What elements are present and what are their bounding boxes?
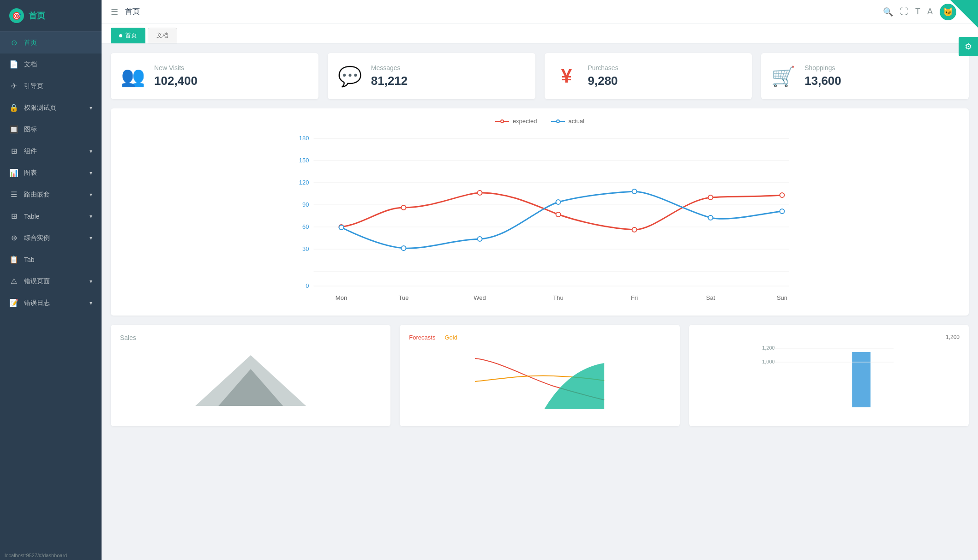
new-visits-value: 102,400 <box>154 74 198 88</box>
bottom-charts-row: Sales Forecasts Gold <box>111 325 969 426</box>
permission-label: 权限测试页 <box>24 104 84 112</box>
purchases-value: 9,280 <box>588 74 618 88</box>
sidebar-item-table[interactable]: ⊞Table▾ <box>0 205 102 227</box>
sidebar-item-error-page[interactable]: ⚠错误页面▾ <box>0 270 102 292</box>
expand-icon[interactable]: ⛶ <box>900 7 908 17</box>
routing-label: 路由嵌套 <box>24 191 84 199</box>
font-size-icon[interactable]: T <box>915 7 920 17</box>
sales-title-text: Sales <box>120 334 136 341</box>
routing-icon: ☰ <box>9 190 18 199</box>
svg-point-29 <box>339 225 344 230</box>
search-icon[interactable]: 🔍 <box>883 7 893 17</box>
svg-point-32 <box>556 200 561 204</box>
stats-row: 👥New Visits102,400💬Messages81,212¥Purcha… <box>111 53 969 99</box>
components-chevron: ▾ <box>90 148 92 155</box>
charts-label: 图表 <box>24 169 84 177</box>
svg-text:Sun: Sun <box>777 294 787 301</box>
stats-bar-svg: 1,200 1,000 <box>698 343 960 412</box>
right-panel: ⚙ <box>959 37 978 56</box>
line-chart-svg: 180 150 120 90 60 30 0 Mon Tue Wed Thu F… <box>120 129 960 304</box>
tab-docs[interactable]: 文档 <box>148 28 177 43</box>
header: ☰ 首页 🔍 ⛶ T A 🐱 ▼ <box>102 0 978 24</box>
sidebar-item-error-log[interactable]: 📝错误日志▾ <box>0 292 102 314</box>
messages-info: Messages81,212 <box>371 64 408 88</box>
gold-label: Gold <box>444 334 457 342</box>
sidebar-item-docs[interactable]: 📄文档 <box>0 54 102 75</box>
error-log-label: 错误日志 <box>24 299 84 307</box>
tab-label: Tab <box>24 256 92 263</box>
menu-icon[interactable]: ☰ <box>111 7 118 17</box>
svg-point-34 <box>708 215 713 220</box>
svg-text:1,000: 1,000 <box>762 359 775 364</box>
sales-chart-svg <box>120 346 381 415</box>
guide-label: 引导页 <box>24 82 92 90</box>
sidebar-item-routing[interactable]: ☰路由嵌套▾ <box>0 184 102 205</box>
translate-icon[interactable]: A <box>927 7 933 17</box>
sidebar-item-examples[interactable]: ⊕综合实例▾ <box>0 227 102 249</box>
sidebar-item-permission[interactable]: 🔒权限测试页▾ <box>0 97 102 119</box>
examples-icon: ⊕ <box>9 233 18 242</box>
home-icon: ⊙ <box>9 38 18 47</box>
legend-expected-label: expected <box>513 118 537 125</box>
tab-home[interactable]: 首页 <box>111 28 145 43</box>
icons-icon: 🔲 <box>9 125 18 134</box>
settings-button[interactable]: ⚙ <box>959 37 978 56</box>
svg-point-31 <box>478 237 482 241</box>
sidebar-item-guide[interactable]: ✈引导页 <box>0 75 102 97</box>
page-title: 首页 <box>125 7 876 17</box>
tab-bar: 首页 文档 <box>102 24 978 44</box>
chart-legend: expected actual <box>120 118 960 125</box>
main-content: ☰ 首页 🔍 ⛶ T A 🐱 ▼ ⚙ 首页 文档 👥New Visits102,… <box>102 0 978 560</box>
docs-label: 文档 <box>24 60 92 69</box>
error-log-icon: 📝 <box>9 298 18 307</box>
forecasts-label: Forecasts <box>409 334 435 341</box>
error-page-chevron: ▾ <box>90 278 92 285</box>
sidebar-item-tab[interactable]: 📋Tab <box>0 249 102 270</box>
sidebar-item-components[interactable]: ⊞组件▾ <box>0 140 102 162</box>
svg-text:Mon: Mon <box>336 294 347 301</box>
svg-point-35 <box>780 209 785 214</box>
svg-text:1,200: 1,200 <box>762 345 775 351</box>
icons-label: 图标 <box>24 125 92 134</box>
svg-text:120: 120 <box>299 179 309 186</box>
examples-label: 综合实例 <box>24 234 84 242</box>
svg-point-24 <box>478 191 482 195</box>
tab-docs-label: 文档 <box>156 31 168 40</box>
sidebar-logo[interactable]: 🎯 首页 <box>0 0 102 32</box>
routing-chevron: ▾ <box>90 191 92 198</box>
new-visits-label: New Visits <box>154 64 198 71</box>
svg-point-25 <box>556 212 561 217</box>
svg-text:Wed: Wed <box>474 294 486 301</box>
components-label: 组件 <box>24 147 84 155</box>
shoppings-label: Shoppings <box>804 64 841 71</box>
avatar[interactable]: 🐱 <box>940 4 956 20</box>
tab-home-label: 首页 <box>125 31 137 40</box>
purchases-label: Purchases <box>588 64 618 71</box>
table-label: Table <box>24 213 84 220</box>
legend-actual-label: actual <box>569 118 585 125</box>
shoppings-icon: 🛒 <box>770 65 796 88</box>
chart-svg-container: 180 150 120 90 60 30 0 Mon Tue Wed Thu F… <box>120 129 960 306</box>
svg-text:Thu: Thu <box>553 294 563 301</box>
svg-text:60: 60 <box>302 223 309 230</box>
stats-chart-card: 1,200 1,200 1,000 <box>689 325 969 426</box>
components-icon: ⊞ <box>9 147 18 155</box>
legend-dot-actual <box>556 119 560 123</box>
legend-line-actual <box>551 121 565 122</box>
error-page-label: 错误页面 <box>24 277 84 286</box>
svg-text:90: 90 <box>302 201 309 208</box>
messages-label: Messages <box>371 64 408 71</box>
sidebar-item-icons[interactable]: 🔲图标 <box>0 119 102 140</box>
stat-card-purchases: ¥Purchases9,280 <box>545 53 752 99</box>
new-visits-icon: 👥 <box>120 65 146 88</box>
sidebar-item-home[interactable]: ⊙首页 <box>0 32 102 54</box>
stat-value-1200: 1,200 <box>946 334 960 340</box>
sidebar-logo-label: 首页 <box>29 10 45 21</box>
sidebar-item-charts[interactable]: 📊图表▾ <box>0 162 102 184</box>
purchases-info: Purchases9,280 <box>588 64 618 88</box>
charts-icon: 📊 <box>9 168 18 177</box>
permission-chevron: ▾ <box>90 105 92 111</box>
header-actions: 🔍 ⛶ T A 🐱 ▼ <box>883 4 969 20</box>
svg-point-26 <box>632 227 637 232</box>
shoppings-info: Shoppings13,600 <box>804 64 841 88</box>
